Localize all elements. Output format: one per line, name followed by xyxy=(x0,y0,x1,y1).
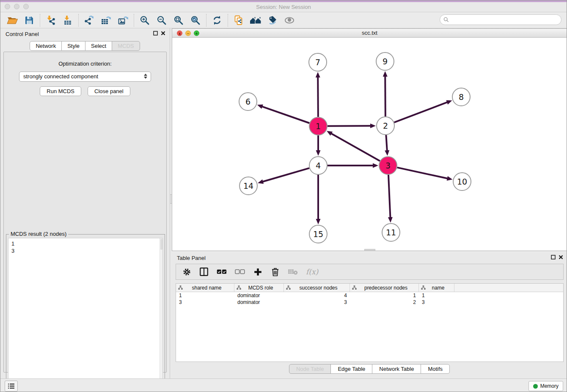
table-cell[interactable]: 3 xyxy=(284,299,350,306)
table-cell[interactable]: 1 xyxy=(176,292,234,299)
network-window-titlebar: scc.txt x – + xyxy=(172,29,567,38)
criterion-select[interactable]: strongly connected component xyxy=(19,72,151,82)
edge-1-2[interactable] xyxy=(328,126,372,126)
table-cell[interactable]: 1 xyxy=(419,292,454,299)
network-canvas[interactable]: 7968124314101511 xyxy=(172,38,567,251)
toolbar-separator xyxy=(40,14,40,27)
edge-1-7[interactable] xyxy=(318,76,318,117)
table-cell[interactable]: 2 xyxy=(350,299,419,306)
edge-arrowhead xyxy=(316,72,320,77)
toolbar-separator xyxy=(206,14,206,27)
save-icon[interactable] xyxy=(21,14,38,27)
zoom-out-icon[interactable] xyxy=(153,14,170,27)
eye-icon[interactable] xyxy=(281,14,298,27)
label-visibility-icon[interactable] xyxy=(264,14,281,27)
edge-arrowhead xyxy=(316,150,321,156)
result-line: 3 xyxy=(11,247,162,254)
horizontal-splitter-grip[interactable] xyxy=(364,249,375,251)
main-area: Control Panel NetworkStyleSelectMCDS Opt… xyxy=(0,28,567,378)
combo-arrows-icon xyxy=(144,74,147,79)
delete-table-icon[interactable] xyxy=(288,267,298,277)
close-table-panel-icon[interactable] xyxy=(559,255,563,259)
delete-row-icon[interactable] xyxy=(270,267,280,277)
table-cell[interactable]: 1 xyxy=(350,292,419,299)
table-tab-node-table[interactable]: Node Table xyxy=(289,364,331,374)
float-table-panel-icon[interactable] xyxy=(551,255,556,259)
gear-icon[interactable] xyxy=(182,267,191,277)
edge-3-10[interactable] xyxy=(397,168,448,179)
table-row[interactable]: 1dominator411 xyxy=(176,292,563,299)
table-cell[interactable]: 3 xyxy=(176,299,234,306)
column-header-shared-name[interactable]: shared name xyxy=(176,284,234,292)
select-all-icon[interactable] xyxy=(217,267,227,277)
zoom-fit-icon[interactable] xyxy=(170,14,187,27)
node-label-8: 8 xyxy=(459,92,464,102)
table-panel-header: Table Panel xyxy=(172,252,567,263)
split-view-icon[interactable] xyxy=(199,267,209,277)
memory-button[interactable]: Memory xyxy=(528,381,563,391)
column-header-successor-nodes[interactable]: successor nodes xyxy=(284,284,350,292)
float-panel-icon[interactable] xyxy=(153,31,158,36)
table-cell[interactable]: dominator xyxy=(234,299,284,306)
node-table[interactable]: shared nameMCDS rolesuccessor nodesprede… xyxy=(176,283,564,362)
search-input[interactable] xyxy=(451,17,561,23)
table-cell[interactable]: dominator xyxy=(234,292,284,299)
run-mcds-button[interactable]: Run MCDS xyxy=(40,86,81,96)
table-tab-network-table[interactable]: Network Table xyxy=(372,364,421,374)
zoom-in-icon[interactable] xyxy=(136,14,153,27)
node-label-14: 14 xyxy=(243,181,253,190)
table-header-row: shared nameMCDS rolesuccessor nodesprede… xyxy=(176,284,563,292)
tab-style[interactable]: Style xyxy=(61,41,85,51)
network-minimize-button[interactable]: – xyxy=(185,30,191,36)
network-zoom-button[interactable]: + xyxy=(194,30,199,36)
table-row[interactable]: 3dominator323 xyxy=(176,299,563,306)
network-close-button[interactable]: x xyxy=(177,30,182,36)
column-header-name[interactable]: name xyxy=(419,284,454,292)
export-image-icon[interactable] xyxy=(115,14,132,27)
table-tab-edge-table[interactable]: Edge Table xyxy=(330,364,372,374)
table-tabs: Node TableEdge TableNetwork TableMotifs xyxy=(172,364,567,374)
edge-2-9[interactable] xyxy=(385,75,385,116)
close-panel-icon[interactable] xyxy=(161,31,165,36)
table-cell[interactable]: 3 xyxy=(419,299,454,306)
mcds-result-textarea[interactable]: 13 xyxy=(8,238,163,391)
column-type-icon xyxy=(421,285,426,290)
edge-4-14[interactable] xyxy=(262,168,309,182)
edge-arrowhead xyxy=(447,176,453,181)
zoom-selected-icon[interactable] xyxy=(187,14,204,27)
houses-icon[interactable] xyxy=(247,14,264,27)
result-line: 1 xyxy=(11,240,162,247)
tab-select[interactable]: Select xyxy=(85,41,112,51)
column-header-predecessor-nodes[interactable]: predecessor nodes xyxy=(350,284,419,292)
import-table-icon[interactable] xyxy=(59,14,76,27)
mcds-tab-body: Optimization criterion: strongly connect… xyxy=(3,52,167,373)
edge-2-8[interactable] xyxy=(394,102,449,122)
result-scrollbar[interactable] xyxy=(160,238,162,391)
column-header-MCDS-role[interactable]: MCDS role xyxy=(234,284,284,292)
edge-2-3[interactable] xyxy=(386,135,387,152)
tab-network[interactable]: Network xyxy=(30,41,62,51)
show-panels-button[interactable] xyxy=(5,381,18,392)
function-builder-icon[interactable]: f(x) xyxy=(306,267,318,277)
search-field[interactable] xyxy=(440,14,561,25)
table-cell[interactable]: 4 xyxy=(284,292,350,299)
open-icon[interactable] xyxy=(4,14,21,27)
network-from-selection-icon[interactable] xyxy=(230,14,247,27)
deselect-all-icon[interactable] xyxy=(235,267,245,277)
network-canvas-svg: 7968124314101511 xyxy=(172,38,567,251)
node-label-2: 2 xyxy=(383,121,388,130)
edge-3-11[interactable] xyxy=(388,175,391,218)
edge-3-1[interactable] xyxy=(330,133,380,161)
table-tab-motifs[interactable]: Motifs xyxy=(421,364,450,374)
edge-1-6[interactable] xyxy=(261,106,309,123)
add-row-icon[interactable] xyxy=(253,267,262,277)
edge-arrowhead xyxy=(385,150,389,156)
export-table-icon[interactable] xyxy=(98,14,115,27)
export-network-icon[interactable] xyxy=(81,14,98,27)
refresh-icon[interactable] xyxy=(209,14,226,27)
close-panel-button[interactable]: Close panel xyxy=(88,86,130,96)
edge-arrowhead xyxy=(388,217,393,223)
import-network-icon[interactable] xyxy=(42,14,59,27)
tab-mcds[interactable]: MCDS xyxy=(112,41,140,51)
toolbar-separator xyxy=(78,14,79,27)
